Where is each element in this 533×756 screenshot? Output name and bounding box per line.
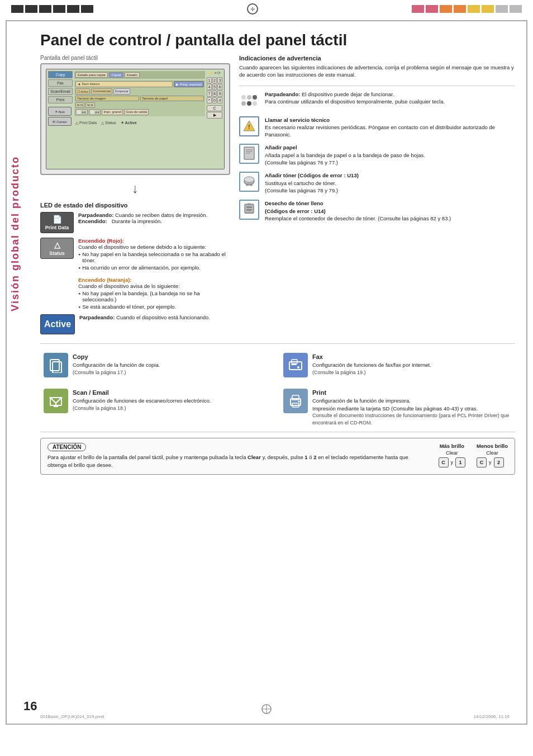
touchscreen-container: Copy Fax Scan/Email Print ☀ Ajus ✉ Corre… — [40, 63, 230, 175]
function-panels: Copy Configuración de la función de copi… — [7, 349, 526, 429]
scan-icon-box — [44, 389, 68, 413]
top-bar-block-6 — [81, 5, 93, 13]
brightness-less-title: Menos brillo — [477, 443, 508, 449]
svg-rect-20 — [291, 364, 297, 365]
func-fax-label: Fax — [312, 353, 431, 361]
numkey-8[interactable]: 8 — [212, 91, 217, 97]
brightness-item-less: Menos brillo Clear C y 2 — [477, 443, 508, 467]
numkey-1[interactable]: 1 — [207, 77, 212, 83]
copy-icon-box — [44, 353, 68, 377]
numkey-2[interactable]: 2 — [212, 77, 217, 83]
ts-top-bar-row: Estado para copiar Copiar Estado — [74, 71, 205, 79]
note-text: Para ajustar el brillo de la pantalla de… — [47, 453, 422, 470]
numkey-6[interactable]: 6 — [217, 84, 222, 90]
brightness-less-2-key[interactable]: 2 — [494, 457, 504, 467]
func-scan-ref: (Consulte la página 18.) — [73, 405, 211, 412]
top-bar-block-1 — [11, 5, 23, 13]
printdata-label: Print Data — [45, 225, 69, 230]
note-left: ATENCIÓN Para ajustar el brillo de la pa… — [47, 443, 422, 470]
brightness-more-1-key[interactable]: 1 — [455, 457, 465, 467]
fax-icon-box — [283, 353, 308, 377]
status-label: Status — [49, 251, 65, 256]
warning-item-waste: Desecho de tóner lleno(Códigos de error … — [239, 200, 515, 222]
led-item-active: Active Parpadeando: Cuando el dispositiv… — [40, 314, 230, 334]
brightness-less-c-key[interactable]: C — [477, 457, 487, 467]
led-text-active: Parpadeando: Cuando el dispositivo está … — [79, 314, 230, 320]
ts-icon-1[interactable]: ☀ Ajus — [48, 107, 72, 116]
brightness-more-sep: y — [451, 460, 454, 465]
numkey-3[interactable]: 3 — [217, 77, 222, 83]
note-2-key: 2 — [313, 454, 316, 460]
warning-item-toner: Añadir tóner (Códigos de error : U13) Su… — [239, 172, 515, 194]
numkey-4[interactable]: 4 — [207, 84, 212, 90]
top-bar-right — [412, 5, 522, 13]
note-right: Más brillo Clear C y 1 Menos brillo Clea… — [439, 443, 508, 467]
top-bar-block-5 — [67, 5, 79, 13]
warning-section: Indicaciones de advertencia Cuando apare… — [239, 55, 515, 79]
numkey-start[interactable]: ▶ — [207, 112, 222, 119]
svg-point-28 — [298, 401, 300, 403]
ts-copy-btn[interactable]: Copiar — [109, 72, 123, 78]
led-text-printdata: Parpadeando: Cuando se reciben datos de … — [78, 212, 230, 224]
warning-section-title: Indicaciones de advertencia — [239, 55, 515, 62]
page-number: 16 — [23, 699, 37, 714]
warning-item-toner-text: Añadir tóner (Códigos de error : U13) Su… — [265, 172, 515, 194]
print-icon-box — [283, 389, 308, 413]
service-icon-wrap: ! — [239, 116, 259, 136]
ts-print-data-status: △ Print Data — [75, 121, 97, 125]
svg-rect-11 — [245, 204, 254, 213]
numkey-0[interactable]: 0 — [212, 97, 217, 103]
top-bar-block-4 — [53, 5, 65, 13]
svg-rect-13 — [246, 209, 252, 211]
func-copy-title: Configuración de la función de copia. — [73, 361, 160, 368]
brightness-more-c-key[interactable]: C — [439, 457, 449, 467]
numkey-5[interactable]: 5 — [212, 84, 217, 90]
bottom-compass-icon — [261, 703, 272, 716]
note-clear-key: Clear — [248, 454, 261, 460]
ts-center: Estado para copiar Copiar Estado ▲ Num b… — [74, 71, 205, 167]
ts-status-btn[interactable]: Estado para copiar — [75, 72, 108, 78]
ts-estado-btn[interactable]: Estado — [125, 72, 140, 78]
ts-nav-print[interactable]: Print — [48, 96, 73, 103]
func-text-print: Print Configuración de la función de imp… — [312, 389, 512, 426]
paper-icon — [242, 146, 256, 162]
numkey-hash[interactable]: # — [217, 97, 222, 103]
func-print-desc: Impresión mediante la tarjeta SD (Consul… — [312, 405, 512, 412]
ts-status-label: △ Status — [101, 121, 116, 125]
svg-point-10 — [251, 185, 253, 186]
led-badge-active: Active — [40, 314, 75, 334]
ts-nav-copy[interactable]: Copy — [48, 71, 73, 78]
svg-point-19 — [297, 366, 299, 368]
warning-item-blink-text: Parpadeando: El dispositivo puede dejar … — [265, 91, 515, 106]
top-bar-block-light-1 — [496, 5, 508, 13]
divider-1 — [239, 86, 515, 86]
brightness-more-label: Clear — [439, 450, 466, 456]
func-text-scan: Scan / Email Configuración de funciones … — [73, 389, 211, 412]
main-divider — [40, 343, 515, 344]
ts-nav-scan[interactable]: Scan/Email — [48, 88, 73, 95]
top-bar: ✛ — [0, 0, 533, 18]
function-panel-print: Print Configuración de la función de imp… — [280, 385, 515, 429]
attention-badge: ATENCIÓN — [47, 443, 86, 451]
top-bar-block-2 — [25, 5, 37, 13]
ts-icon-2[interactable]: ✉ Correo — [48, 117, 72, 126]
function-panel-fax: Fax Configuración de funciones de fax/fa… — [280, 349, 515, 381]
ts-nav-fax[interactable]: Fax — [48, 79, 73, 87]
side-label-text: Visión global del producto — [9, 156, 21, 311]
func-fax-title: Configuración de funciones de fax/fax po… — [312, 361, 431, 368]
led-section-title: LED de estado del dispositivo — [40, 202, 230, 209]
numkey-7[interactable]: 7 — [207, 91, 212, 97]
top-bar-left — [11, 5, 93, 13]
status-icon: △ — [54, 240, 60, 249]
numkey-c[interactable]: C — [207, 105, 222, 111]
func-text-copy: Copy Configuración de la función de copi… — [73, 353, 160, 376]
brightness-more-title: Más brillo — [439, 443, 466, 449]
waste-icon-wrap — [239, 200, 259, 220]
numkey-star[interactable]: * — [207, 97, 212, 103]
warning-item-waste-text: Desecho de tóner lleno(Códigos de error … — [265, 200, 515, 222]
brightness-less-keys: C y 2 — [477, 457, 508, 467]
numkey-9[interactable]: 9 — [217, 91, 222, 97]
warning-item-blink: Parpadeando: El dispositivo puede dejar … — [239, 91, 515, 111]
function-panel-copy: Copy Configuración de la función de copi… — [40, 349, 275, 381]
toner-icon-wrap — [239, 172, 259, 192]
